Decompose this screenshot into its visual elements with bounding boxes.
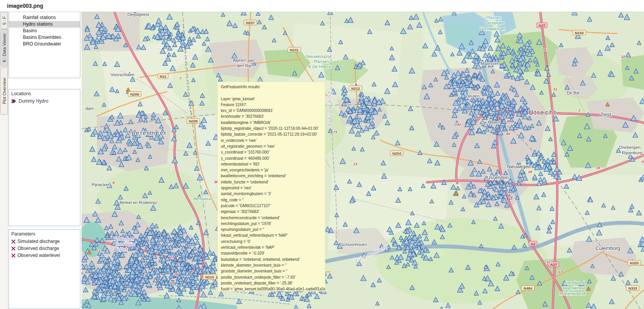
svg-text:20: 20 bbox=[641, 159, 644, 164]
svg-text:Pijnacker: Pijnacker bbox=[92, 182, 109, 187]
tooltip-line: met_voorgeschiedenis = 'ja' bbox=[221, 167, 325, 173]
svg-text:73: 73 bbox=[333, 130, 337, 134]
map-canvas[interactable]: N207N231N11N206N209N212N204N210N320N484N… bbox=[82, 12, 644, 309]
svg-text:6: 6 bbox=[113, 180, 115, 185]
svg-text:Utrecht: Utrecht bbox=[529, 109, 557, 116]
svg-text:27: 27 bbox=[170, 255, 174, 259]
svg-text:dam: dam bbox=[85, 106, 94, 111]
airport-icon: ✈ bbox=[106, 233, 111, 239]
svg-text:26: 26 bbox=[174, 272, 178, 276]
tooltip-line: eigenaar = '30276683' bbox=[221, 209, 325, 215]
svg-text:29: 29 bbox=[508, 195, 513, 199]
tooltip-line: initiele_functie = 'onbekend' bbox=[221, 179, 325, 185]
map-tooltip: GetFeatureInfo results: Layer 'gmw_kense… bbox=[217, 82, 325, 292]
tooltip-line: x_coordinaat = '101760.000' bbox=[221, 149, 325, 155]
svg-text:13: 13 bbox=[558, 270, 562, 274]
layer-item[interactable]: Hydro stations bbox=[9, 21, 80, 28]
svg-text:N231: N231 bbox=[290, 48, 299, 52]
svg-text:A27: A27 bbox=[538, 23, 545, 28]
svg-text:Landgoed: Landgoed bbox=[565, 280, 585, 285]
svg-text:N333: N333 bbox=[628, 286, 637, 290]
tooltip-line: verschuiving = '0' bbox=[221, 239, 325, 244]
x-icon bbox=[11, 253, 16, 258]
svg-text:De Meern: De Meern bbox=[481, 120, 500, 125]
svg-text:Voorschoten: Voorschoten bbox=[111, 72, 134, 77]
tab-data-viewer[interactable]: 6 : Data Viewer bbox=[0, 29, 8, 66]
svg-text:32: 32 bbox=[621, 54, 625, 59]
layer-item[interactable]: BRO Groundwater bbox=[9, 41, 80, 47]
svg-text:Zoetermeer: Zoetermeer bbox=[127, 129, 167, 136]
tooltip-line: uit_registratie_genomen = 'nee' bbox=[221, 143, 325, 149]
tooltip-line: putcode = 'GMW31C127107' bbox=[221, 203, 325, 209]
svg-text:Nieuwegein: Nieuwegein bbox=[507, 164, 531, 169]
svg-text:11: 11 bbox=[96, 249, 100, 253]
tooltip-line: lokaal_verticaal_referentiepunt = 'NAP' bbox=[221, 232, 325, 238]
tooltip-line: maaiveldpositie = '-0.329' bbox=[221, 250, 325, 256]
svg-text:N212: N212 bbox=[351, 86, 360, 91]
svg-text:14a: 14a bbox=[455, 122, 461, 126]
parameter-label: Observed waterlevel bbox=[17, 253, 60, 258]
map-viewport[interactable]: N207N231N11N206N209N212N204N210N320N484N… bbox=[82, 12, 644, 309]
svg-text:N207: N207 bbox=[246, 21, 255, 25]
tooltip-line: nitg_code = '' bbox=[221, 197, 325, 203]
tab-label: 5 : F bbox=[2, 16, 7, 25]
svg-text:Mariënwaerdt: Mariënwaerdt bbox=[560, 291, 586, 296]
tooltip-line: inrichtingsdatum_put = '1978' bbox=[221, 221, 325, 227]
svg-text:Plassen: Plassen bbox=[486, 15, 501, 20]
layer-item[interactable]: Rainfall stations bbox=[9, 14, 80, 21]
svg-text:Driebergen-: Driebergen- bbox=[619, 145, 642, 150]
tooltip-line: GetFeatureInfo results: bbox=[221, 84, 325, 90]
layer-item[interactable]: Basins bbox=[9, 28, 80, 34]
svg-text:Culemborg: Culemborg bbox=[595, 245, 620, 251]
tooltip-line: buisstatus = 'onbekend, onbekend, onbeke… bbox=[221, 257, 325, 262]
tab-label: 6 : Data Viewer bbox=[2, 33, 7, 62]
tooltip-line: verticaal_referentievlak = 'NAP' bbox=[221, 244, 325, 250]
locations-header: Locations bbox=[9, 89, 80, 98]
location-flag-icon bbox=[11, 99, 17, 104]
svg-text:31: 31 bbox=[553, 87, 557, 91]
tab-5-f[interactable]: 5 : F bbox=[0, 12, 8, 29]
tooltip-line: kwaliteitsregime = 'IMBRO/A' bbox=[221, 120, 325, 126]
svg-text:8: 8 bbox=[507, 119, 509, 123]
tooltip-line: fuuid = 'gmw_kenset.bd395a90-36a6-46ad-a… bbox=[221, 286, 325, 292]
svg-text:N484: N484 bbox=[524, 286, 533, 290]
window-title: image003.png bbox=[7, 3, 43, 9]
svg-text:N210: N210 bbox=[205, 275, 214, 279]
svg-text:Zuid-Holland: Zuid-Holland bbox=[327, 91, 333, 127]
tab-plot-overview[interactable]: Plot Overview bbox=[0, 67, 8, 115]
tooltip-line: in_onderzoek = 'nee' bbox=[221, 138, 325, 143]
svg-text:N11: N11 bbox=[160, 74, 167, 79]
tooltip-line: opgeruimd = 'nee' bbox=[221, 185, 325, 191]
svg-text:A27: A27 bbox=[550, 262, 557, 267]
tooltip-line: kwaliteitsnorm_inrichting = 'onbekend' bbox=[221, 173, 325, 179]
location-item[interactable]: Dummy Hydro bbox=[9, 98, 80, 105]
layer-item[interactable]: Basins Ensembles bbox=[9, 34, 80, 41]
layer-list-panel: Rainfall stationsHydro stationsBasinsBas… bbox=[9, 12, 80, 78]
tooltip-line: positie_bovenkant_ondiepste_filter = '-7… bbox=[221, 274, 325, 280]
location-label: Dummy Hydro bbox=[19, 98, 49, 104]
svg-text:Vechtplassen: Vechtplassen bbox=[480, 26, 505, 31]
svg-text:Oegstgeest: Oegstgeest bbox=[127, 12, 149, 17]
tooltip-line: opruimingsdatum_put = '' bbox=[221, 227, 325, 232]
parameter-item[interactable]: Observed discharge bbox=[9, 245, 80, 252]
svg-text:2: 2 bbox=[578, 108, 581, 112]
svg-text:Bentwoud: Bentwoud bbox=[193, 196, 213, 201]
svg-text:Plassen: Plassen bbox=[314, 59, 329, 64]
svg-text:Alphen aan: Alphen aan bbox=[233, 58, 255, 63]
parameter-item[interactable]: Simulated discharge bbox=[9, 238, 80, 245]
parameter-label: Observed discharge bbox=[17, 246, 59, 251]
svg-text:N234: N234 bbox=[575, 31, 584, 35]
parameter-label: Simulated discharge bbox=[17, 239, 60, 244]
parameter-item[interactable]: Observed waterlevel bbox=[9, 252, 80, 259]
titlebar: image003.png bbox=[0, 0, 644, 12]
svg-text:Rotterdam: Rotterdam bbox=[115, 237, 134, 241]
locations-panel: Locations Dummy Hydro bbox=[9, 89, 80, 226]
tooltip-line: y_coordinaat = '460495.000' bbox=[221, 155, 325, 161]
svg-text:Berkel en Rodenrijs: Berkel en Rodenrijs bbox=[120, 200, 157, 205]
svg-text:Rijsenburg: Rijsenburg bbox=[622, 150, 642, 155]
svg-text:N320: N320 bbox=[630, 261, 639, 265]
svg-text:5: 5 bbox=[544, 47, 547, 52]
tooltip-line: positie_onderkant_diepste_filter = '-25.… bbox=[221, 280, 325, 286]
svg-text:IJsselstein: IJsselstein bbox=[487, 175, 509, 180]
tooltip-line: Layer 'gmw_kenset' bbox=[221, 96, 325, 102]
